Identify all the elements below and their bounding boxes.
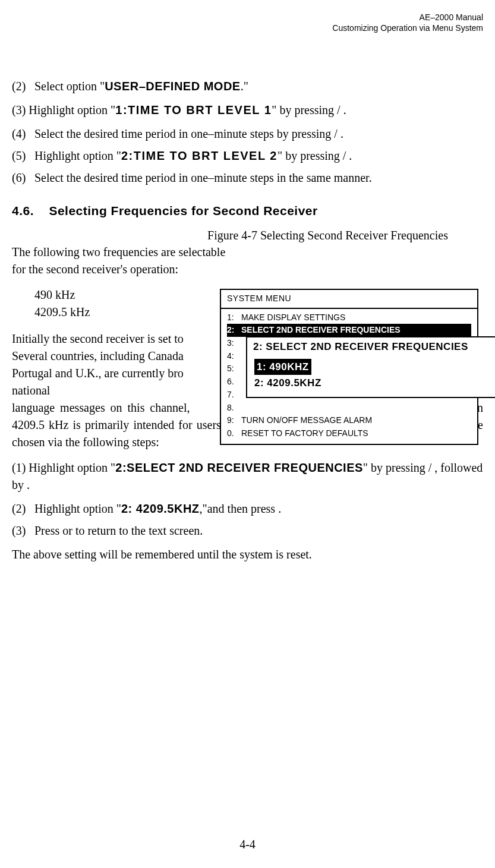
menu-num: 1: [227, 311, 241, 324]
page-number: 4-4 [0, 838, 495, 851]
text: Highlight option " [34, 502, 121, 515]
menu-row-9: 9:TURN ON/OFF MESSAGE ALARM [227, 414, 471, 427]
submenu-opt-1-highlighted: 1: 490KHZ [254, 359, 311, 375]
text: Highlight option " [29, 461, 115, 474]
menu-row-0: 0.RESET TO FACTORY DEFAULTS [227, 427, 471, 440]
menu-num: 8. [227, 402, 241, 415]
step-3: (3) Highlight option "1:TIME TO BRT LEVE… [12, 102, 483, 119]
menu-num: 9: [227, 414, 241, 427]
step-num: (6) [12, 171, 34, 185]
menu-label: MAKE DISPLAY SETTINGS [241, 311, 471, 324]
menu-label: TURN ON/OFF MESSAGE ALARM [241, 414, 471, 427]
menu-num: 7. [227, 389, 241, 402]
option-label: 2:SELECT 2ND RECEIVER FREQUENCIES [115, 461, 363, 474]
menu-num: 5: [227, 362, 241, 375]
menu-row-1: 1:MAKE DISPLAY SETTINGS [227, 311, 471, 324]
menu-row-2-highlighted: 2:SELECT 2ND RECEIVER FREQUENCIES [227, 324, 471, 337]
step-5: (5) Highlight option "2:TIME TO BRT LEVE… [12, 149, 483, 163]
menu-figure: SYSTEM MENU 1:MAKE DISPLAY SETTINGS 2:SE… [220, 289, 478, 445]
step-body: Highlight option "2:TIME TO BRT LEVEL 2"… [34, 149, 483, 163]
step-body: Highlight option "2: 4209.5KHZ,"and then… [34, 502, 483, 516]
section-heading: 4.6. Selecting Frequencies for Second Re… [12, 204, 483, 218]
text: Highlight option " [34, 149, 121, 162]
menu-num: 2: [227, 324, 241, 337]
menu-num: 3: [227, 337, 241, 350]
step-num: (3) [12, 102, 26, 119]
step-num: (4) [12, 127, 34, 141]
menu-label: SELECT 2ND RECEIVER FREQUENCIES [241, 324, 471, 337]
figure-caption: Figure 4-7 Selecting Second Receiver Fre… [12, 229, 483, 242]
text: " by pressing / . [272, 103, 346, 116]
submenu-box: 2: SELECT 2ND RECEIVER FREQUENCIES 1: 49… [246, 336, 495, 398]
text: ,"and then press . [200, 502, 282, 515]
menu-row-8: 8. [227, 402, 471, 415]
step-num: (2) [12, 80, 34, 93]
step-b2: (2) Highlight option "2: 4209.5KHZ,"and … [12, 502, 483, 516]
step-body: Select option "USER–DEFINED MODE." [34, 80, 483, 93]
menu-num: 6. [227, 375, 241, 389]
step-num: (3) [12, 524, 34, 538]
text: " by pressing / . [278, 149, 352, 162]
step-body: Select the desired time period in one–mi… [34, 171, 483, 185]
step-num: (2) [12, 502, 34, 516]
option-label: 2: 4209.5KHZ [121, 502, 200, 515]
intro-paragraph: The following two frequencies are select… [12, 244, 226, 278]
option-label: USER–DEFINED MODE [105, 80, 241, 93]
header-line-1: AE–2000 Manual [12, 12, 483, 23]
menu-num: 4: [227, 350, 241, 363]
step-4: (4) Select the desired time period in on… [12, 127, 483, 141]
text: Select option " [34, 80, 105, 93]
step-body: Select the desired time period in one–mi… [34, 127, 483, 141]
header-line-2: Customizing Operation via Menu System [12, 23, 483, 33]
text: language messages on this channel, [12, 401, 196, 414]
section-title: Selecting Frequencies for Second Receive… [49, 204, 317, 217]
step-num: (5) [12, 149, 34, 163]
submenu-title: 2: SELECT 2ND RECEIVER FREQUENCIES [253, 341, 490, 353]
option-label: 1:TIME TO BRT LEVEL 1 [115, 103, 272, 116]
page-header: AE–2000 Manual Customizing Operation via… [12, 12, 483, 33]
menu-label: RESET TO FACTORY DEFAULTS [241, 427, 471, 440]
step-num: (1) [12, 461, 26, 474]
closing-paragraph: The above setting will be remembered unt… [12, 546, 483, 563]
submenu-opt-2: 2: 4209.5KHZ [254, 375, 490, 391]
text: Highlight option " [29, 103, 115, 116]
step-b3: (3) Press or to return to the text scree… [12, 524, 483, 538]
system-menu-title: SYSTEM MENU [221, 290, 477, 309]
text: ." [241, 80, 248, 93]
step-b1: (1) Highlight option "2:SELECT 2ND RECEI… [12, 459, 483, 494]
menu-num: 0. [227, 427, 241, 440]
step-body: Press or to return to the text screen. [34, 524, 483, 538]
option-label: 2:TIME TO BRT LEVEL 2 [121, 149, 278, 162]
step-2: (2) Select option "USER–DEFINED MODE." [12, 80, 483, 93]
step-6: (6) Select the desired time period in on… [12, 171, 483, 185]
section-number: 4.6. [12, 204, 34, 217]
